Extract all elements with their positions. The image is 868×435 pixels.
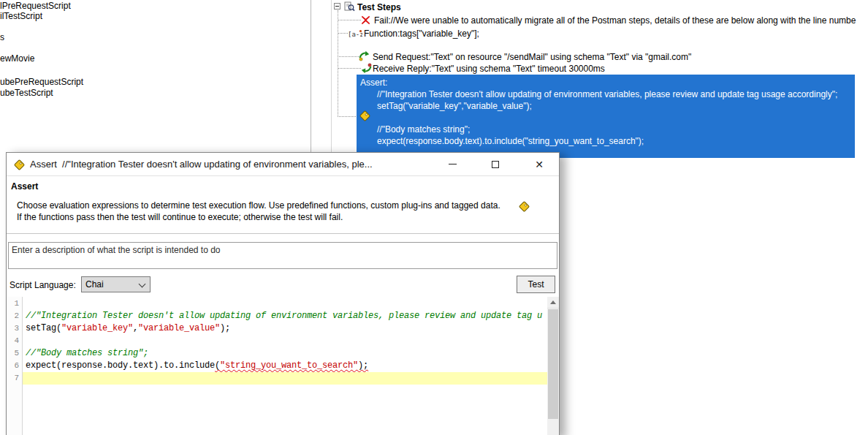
tree-line — [338, 116, 359, 117]
dialog-titlebar[interactable]: Assert //"Integration Tester doesn't all… — [7, 153, 559, 176]
line-code — [23, 372, 547, 385]
minimize-button[interactable] — [441, 153, 463, 175]
code-segment-string: "variable_key" — [61, 323, 133, 333]
minimize-icon — [449, 164, 457, 164]
script-editor[interactable]: 1 2//"Integration Tester doesn't allow u… — [7, 297, 559, 435]
code-segment-plain-error: ); — [358, 360, 368, 371]
editor-line[interactable]: 4 — [7, 335, 547, 347]
line-number: 6 — [7, 360, 23, 372]
code-segment-plain: setTag( — [26, 323, 61, 333]
close-icon: ✕ — [535, 159, 544, 170]
tree-line — [338, 10, 338, 117]
line-code: //"Body matches string"; — [23, 347, 547, 360]
send-request-icon — [359, 50, 370, 61]
tag-icon — [359, 110, 371, 122]
dialog-title: Assert //"Integration Tester doesn't all… — [30, 159, 427, 170]
test-steps-title[interactable]: Test Steps — [357, 2, 401, 12]
line-code: expect(response.body.text).to.include("s… — [23, 360, 547, 372]
maximize-button[interactable] — [484, 153, 506, 175]
tag-icon — [13, 159, 26, 171]
assert-step-title: Assert: — [357, 75, 855, 88]
test-step[interactable]: Receive Reply:"Text" using schema "Text"… — [373, 64, 605, 74]
test-step[interactable]: Function:tags["variable_key"]; — [364, 29, 479, 39]
code-segment-plain: ); — [220, 323, 230, 333]
editor-line[interactable]: 7 — [7, 372, 547, 385]
code-segment-comment: //"Integration Tester doesn't allow upda… — [26, 311, 542, 321]
code-segment-plain: expect(response.body.text).to.include — [26, 360, 215, 371]
screen: lPreRequestScriptilTestScriptsewMovieube… — [0, 0, 868, 435]
dialog-description-line2: If the functions pass then the test will… — [17, 212, 343, 222]
line-code: setTag("variable_key","variable_value"); — [23, 322, 547, 335]
script-language-label: Script Language: — [9, 280, 76, 290]
line-code: //"Integration Tester doesn't allow upda… — [23, 310, 547, 322]
collapse-expander[interactable] — [334, 3, 340, 10]
code-segment-string: "variable_value" — [138, 323, 220, 333]
assert-step-code-line: expect(response.body.text).to.include("s… — [357, 135, 855, 147]
line-number: 5 — [7, 347, 23, 360]
line-code — [23, 298, 547, 310]
code-segment-string-error: "string_you_want_to_search" — [220, 360, 358, 371]
script-language-select[interactable]: Chai — [81, 276, 151, 292]
assert-step-code-line: //"Integration Tester doesn't allow upda… — [357, 88, 855, 100]
function-icon: [a-z] — [348, 29, 362, 39]
assert-step-code-line: setTag("variable_key","variable_value"); — [357, 100, 855, 112]
dialog-header: Assert Choose evaluation expressions to … — [7, 176, 559, 234]
assert-step-code-line — [357, 112, 855, 124]
assert-dialog: Assert //"Integration Tester doesn't all… — [6, 152, 560, 435]
test-button-label: Test — [528, 279, 544, 290]
editor-line[interactable]: 6expect(response.body.text).to.include("… — [7, 360, 547, 372]
tag-icon — [518, 200, 530, 213]
tree-line — [338, 56, 359, 57]
code-segment-plain: , — [133, 323, 138, 333]
editor-line[interactable]: 1 — [7, 298, 547, 310]
dialog-description-line1: Choose evaluation expressions to determi… — [17, 200, 500, 211]
line-number: 7 — [7, 372, 23, 385]
code-segment-plain-error: ( — [215, 360, 220, 371]
line-number: 4 — [7, 335, 23, 347]
description-hint: Enter a description of what the script i… — [12, 245, 221, 255]
description-input[interactable]: Enter a description of what the script i… — [8, 242, 557, 269]
tree-line — [338, 33, 348, 34]
scrollbar-thumb[interactable] — [548, 309, 558, 419]
editor-line[interactable]: 2//"Integration Tester doesn't allow upd… — [7, 310, 547, 322]
dialog-heading: Assert — [11, 181, 38, 192]
assert-step-selected[interactable]: Assert://"Integration Tester doesn't all… — [357, 75, 855, 158]
maximize-icon — [492, 161, 499, 168]
test-steps-icon — [344, 1, 355, 12]
line-number: 1 — [7, 298, 23, 310]
scrollbar-up-icon[interactable] — [547, 297, 559, 309]
close-button[interactable]: ✕ — [528, 153, 550, 175]
assert-step-code-line: //"Body matches string"; — [357, 124, 855, 135]
line-code — [23, 335, 547, 347]
tree-line — [338, 20, 361, 20]
editor-lines: 1 2//"Integration Tester doesn't allow u… — [7, 298, 547, 385]
editor-scrollbar[interactable] — [547, 297, 559, 435]
fail-icon — [361, 15, 370, 25]
test-button[interactable]: Test — [517, 276, 555, 293]
code-segment-comment: //"Body matches string"; — [26, 348, 148, 358]
editor-line[interactable]: 3setTag("variable_key","variable_value")… — [7, 322, 547, 335]
tree-line — [338, 68, 361, 69]
combo-arrow-icon — [139, 281, 146, 288]
script-language-value: Chai — [85, 279, 104, 290]
line-number: 2 — [7, 310, 23, 322]
editor-line[interactable]: 5//"Body matches string"; — [7, 347, 547, 360]
receive-reply-icon — [361, 63, 372, 74]
test-step[interactable]: Fail://We were unable to automatically m… — [374, 15, 856, 26]
test-step[interactable]: Send Request:"Text" on resource "/sendMa… — [373, 52, 691, 62]
line-number: 3 — [7, 322, 23, 335]
